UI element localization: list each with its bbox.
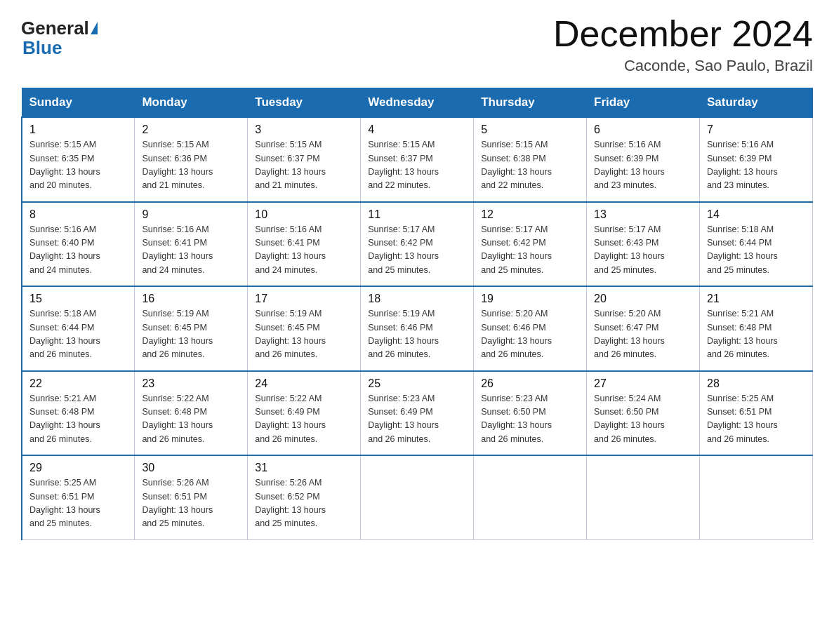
calendar-cell: 12Sunrise: 5:17 AMSunset: 6:42 PMDayligh… <box>474 202 587 287</box>
day-number: 31 <box>255 462 355 474</box>
day-number: 7 <box>707 123 807 136</box>
calendar-cell: 19Sunrise: 5:20 AMSunset: 6:46 PMDayligh… <box>474 286 587 371</box>
calendar-week-4: 22Sunrise: 5:21 AMSunset: 6:48 PMDayligh… <box>22 371 813 456</box>
day-info: Sunrise: 5:16 AMSunset: 6:40 PMDaylight:… <box>29 223 128 278</box>
col-wednesday: Wednesday <box>361 88 474 118</box>
day-number: 17 <box>255 293 355 305</box>
day-number: 13 <box>594 208 694 221</box>
calendar-cell: 13Sunrise: 5:17 AMSunset: 6:43 PMDayligh… <box>587 202 700 287</box>
day-number: 30 <box>142 462 241 474</box>
day-info: Sunrise: 5:25 AMSunset: 6:51 PMDaylight:… <box>29 476 128 531</box>
day-number: 20 <box>594 293 694 305</box>
day-number: 16 <box>142 293 241 305</box>
calendar-cell: 20Sunrise: 5:20 AMSunset: 6:47 PMDayligh… <box>587 286 700 371</box>
day-info: Sunrise: 5:23 AMSunset: 6:50 PMDaylight:… <box>481 392 581 447</box>
calendar-cell: 9Sunrise: 5:16 AMSunset: 6:41 PMDaylight… <box>135 202 248 287</box>
day-number: 6 <box>594 123 694 136</box>
col-friday: Friday <box>587 88 700 118</box>
calendar-cell: 29Sunrise: 5:25 AMSunset: 6:51 PMDayligh… <box>22 455 135 539</box>
calendar-cell: 21Sunrise: 5:21 AMSunset: 6:48 PMDayligh… <box>700 286 813 371</box>
day-info: Sunrise: 5:22 AMSunset: 6:49 PMDaylight:… <box>255 392 355 447</box>
day-info: Sunrise: 5:15 AMSunset: 6:38 PMDaylight:… <box>481 138 581 193</box>
day-number: 10 <box>255 208 355 221</box>
day-info: Sunrise: 5:16 AMSunset: 6:41 PMDaylight:… <box>142 223 241 278</box>
calendar-cell: 6Sunrise: 5:16 AMSunset: 6:39 PMDaylight… <box>587 117 700 202</box>
day-number: 15 <box>29 293 128 305</box>
day-info: Sunrise: 5:23 AMSunset: 6:49 PMDaylight:… <box>368 392 468 447</box>
calendar-cell: 16Sunrise: 5:19 AMSunset: 6:45 PMDayligh… <box>135 286 248 371</box>
day-info: Sunrise: 5:16 AMSunset: 6:41 PMDaylight:… <box>255 223 355 278</box>
calendar-cell: 31Sunrise: 5:26 AMSunset: 6:52 PMDayligh… <box>248 455 361 539</box>
day-info: Sunrise: 5:15 AMSunset: 6:37 PMDaylight:… <box>255 138 355 193</box>
calendar-cell: 3Sunrise: 5:15 AMSunset: 6:37 PMDaylight… <box>248 117 361 202</box>
calendar-cell: 24Sunrise: 5:22 AMSunset: 6:49 PMDayligh… <box>248 371 361 456</box>
day-number: 29 <box>29 462 128 474</box>
calendar-cell: 14Sunrise: 5:18 AMSunset: 6:44 PMDayligh… <box>700 202 813 287</box>
calendar-cell <box>474 455 587 539</box>
calendar-body: 1Sunrise: 5:15 AMSunset: 6:35 PMDaylight… <box>22 117 813 539</box>
day-number: 5 <box>481 123 581 136</box>
col-tuesday: Tuesday <box>248 88 361 118</box>
day-info: Sunrise: 5:21 AMSunset: 6:48 PMDaylight:… <box>29 392 128 447</box>
logo-general-text: General <box>21 18 89 39</box>
day-info: Sunrise: 5:20 AMSunset: 6:46 PMDaylight:… <box>481 307 581 362</box>
day-info: Sunrise: 5:22 AMSunset: 6:48 PMDaylight:… <box>142 392 241 447</box>
title-block: December 2024 Caconde, Sao Paulo, Brazil <box>553 14 813 75</box>
logo: General Blue <box>21 14 98 57</box>
calendar-cell: 18Sunrise: 5:19 AMSunset: 6:46 PMDayligh… <box>361 286 474 371</box>
col-monday: Monday <box>135 88 248 118</box>
day-info: Sunrise: 5:17 AMSunset: 6:43 PMDaylight:… <box>594 223 694 278</box>
col-thursday: Thursday <box>474 88 587 118</box>
day-info: Sunrise: 5:26 AMSunset: 6:51 PMDaylight:… <box>142 476 241 531</box>
calendar-cell: 30Sunrise: 5:26 AMSunset: 6:51 PMDayligh… <box>135 455 248 539</box>
calendar-cell: 11Sunrise: 5:17 AMSunset: 6:42 PMDayligh… <box>361 202 474 287</box>
calendar-cell: 15Sunrise: 5:18 AMSunset: 6:44 PMDayligh… <box>22 286 135 371</box>
day-number: 4 <box>368 123 468 136</box>
logo-blue-text: Blue <box>21 39 62 57</box>
day-info: Sunrise: 5:15 AMSunset: 6:35 PMDaylight:… <box>29 138 128 193</box>
calendar-cell <box>361 455 474 539</box>
calendar-week-3: 15Sunrise: 5:18 AMSunset: 6:44 PMDayligh… <box>22 286 813 371</box>
logo-triangle-icon <box>91 22 98 34</box>
day-info: Sunrise: 5:19 AMSunset: 6:46 PMDaylight:… <box>368 307 468 362</box>
calendar-week-1: 1Sunrise: 5:15 AMSunset: 6:35 PMDaylight… <box>22 117 813 202</box>
day-number: 27 <box>594 377 694 390</box>
day-number: 3 <box>255 123 355 136</box>
calendar-header: Sunday Monday Tuesday Wednesday Thursday… <box>22 88 813 118</box>
day-info: Sunrise: 5:21 AMSunset: 6:48 PMDaylight:… <box>707 307 807 362</box>
day-info: Sunrise: 5:15 AMSunset: 6:36 PMDaylight:… <box>142 138 241 193</box>
calendar-cell: 7Sunrise: 5:16 AMSunset: 6:39 PMDaylight… <box>700 117 813 202</box>
page-header: General Blue December 2024 Caconde, Sao … <box>21 14 813 75</box>
calendar-cell: 2Sunrise: 5:15 AMSunset: 6:36 PMDaylight… <box>135 117 248 202</box>
calendar-cell <box>587 455 700 539</box>
day-number: 18 <box>368 293 468 305</box>
month-title: December 2024 <box>553 14 813 54</box>
day-info: Sunrise: 5:17 AMSunset: 6:42 PMDaylight:… <box>368 223 468 278</box>
day-info: Sunrise: 5:15 AMSunset: 6:37 PMDaylight:… <box>368 138 468 193</box>
day-number: 25 <box>368 377 468 390</box>
calendar-cell: 27Sunrise: 5:24 AMSunset: 6:50 PMDayligh… <box>587 371 700 456</box>
day-info: Sunrise: 5:16 AMSunset: 6:39 PMDaylight:… <box>594 138 694 193</box>
location-text: Caconde, Sao Paulo, Brazil <box>553 57 813 75</box>
day-info: Sunrise: 5:24 AMSunset: 6:50 PMDaylight:… <box>594 392 694 447</box>
calendar-cell: 10Sunrise: 5:16 AMSunset: 6:41 PMDayligh… <box>248 202 361 287</box>
day-info: Sunrise: 5:26 AMSunset: 6:52 PMDaylight:… <box>255 476 355 531</box>
day-number: 22 <box>29 377 128 390</box>
day-number: 21 <box>707 293 807 305</box>
day-number: 23 <box>142 377 241 390</box>
calendar-cell: 8Sunrise: 5:16 AMSunset: 6:40 PMDaylight… <box>22 202 135 287</box>
calendar-week-2: 8Sunrise: 5:16 AMSunset: 6:40 PMDaylight… <box>22 202 813 287</box>
day-info: Sunrise: 5:20 AMSunset: 6:47 PMDaylight:… <box>594 307 694 362</box>
col-sunday: Sunday <box>22 88 135 118</box>
day-number: 9 <box>142 208 241 221</box>
calendar-cell: 25Sunrise: 5:23 AMSunset: 6:49 PMDayligh… <box>361 371 474 456</box>
calendar-cell: 22Sunrise: 5:21 AMSunset: 6:48 PMDayligh… <box>22 371 135 456</box>
day-info: Sunrise: 5:19 AMSunset: 6:45 PMDaylight:… <box>255 307 355 362</box>
day-info: Sunrise: 5:16 AMSunset: 6:39 PMDaylight:… <box>707 138 807 193</box>
day-number: 28 <box>707 377 807 390</box>
calendar-cell: 5Sunrise: 5:15 AMSunset: 6:38 PMDaylight… <box>474 117 587 202</box>
day-info: Sunrise: 5:18 AMSunset: 6:44 PMDaylight:… <box>29 307 128 362</box>
day-number: 14 <box>707 208 807 221</box>
day-number: 12 <box>481 208 581 221</box>
day-number: 2 <box>142 123 241 136</box>
